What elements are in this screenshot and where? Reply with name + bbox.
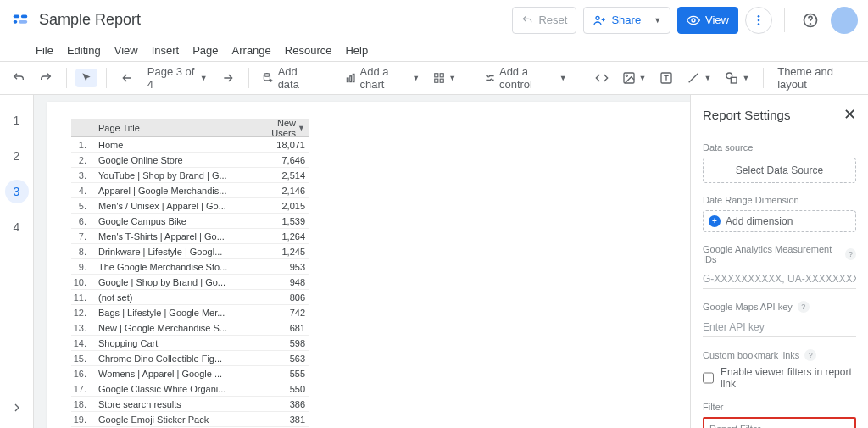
table-row[interactable]: 12.Bags | Lifestyle | Google Mer...742: [71, 305, 309, 320]
svg-point-22: [626, 75, 627, 76]
svg-point-5: [692, 19, 695, 22]
svg-rect-12: [347, 78, 348, 82]
help-icon[interactable]: ?: [804, 349, 816, 361]
table-row[interactable]: 1.Home18,071: [71, 137, 309, 153]
table-row[interactable]: 11.(not set)806: [71, 290, 309, 305]
menu-view[interactable]: View: [114, 44, 138, 57]
document-title[interactable]: Sample Report: [39, 11, 141, 29]
ga-ids-input[interactable]: [703, 270, 856, 289]
next-page-button[interactable]: [216, 68, 240, 88]
menu-insert[interactable]: Insert: [152, 44, 180, 57]
add-control-button[interactable]: Add a control▼: [479, 62, 572, 94]
reset-label: Reset: [538, 14, 567, 26]
table-row[interactable]: 19.Google Emoji Sticker Pack381: [71, 412, 309, 427]
menu-editing[interactable]: Editing: [67, 44, 101, 57]
row-value: 2,146: [261, 186, 309, 196]
app-logo[interactable]: [10, 10, 31, 31]
table-row[interactable]: 14.Shopping Cart598: [71, 336, 309, 351]
svg-point-19: [487, 75, 489, 77]
table-row[interactable]: 8.Drinkware | Lifestyle | Googl...1,245: [71, 244, 309, 259]
table-row[interactable]: 13.New | Google Merchandise S...681: [71, 320, 309, 336]
more-options-button[interactable]: [745, 7, 772, 34]
help-button[interactable]: [797, 7, 824, 34]
menu-file[interactable]: File: [36, 44, 53, 57]
row-title: Google Online Store: [93, 155, 261, 165]
table-row[interactable]: 17.Google Classic White Organi...550: [71, 381, 309, 397]
table-row[interactable]: 10.Google | Shop by Brand | Go...948: [71, 275, 309, 290]
row-index: 7.: [71, 231, 93, 242]
table-row[interactable]: 2.Google Online Store7,646: [71, 153, 309, 168]
page-nav-1[interactable]: 1: [5, 108, 29, 132]
chevron-down-icon[interactable]: ▼: [648, 16, 661, 25]
row-index: 13.: [71, 323, 93, 333]
shapes-icon: [725, 71, 738, 85]
table-row[interactable]: 3.YouTube | Shop by Brand | G...2,514: [71, 168, 309, 183]
page-indicator[interactable]: Page 3 of 4▼: [142, 62, 213, 94]
share-button[interactable]: Share ▼: [583, 7, 670, 34]
user-avatar[interactable]: [831, 7, 858, 34]
table-row[interactable]: 4.Apparel | Google Merchandis...2,146: [71, 183, 309, 198]
row-index: 11.: [71, 292, 93, 303]
prev-page-button[interactable]: [115, 68, 139, 88]
line-button[interactable]: ▼: [682, 68, 716, 88]
data-table[interactable]: Page Title New Users▼ 1.Home18,0712.Goog…: [71, 119, 309, 428]
url-embed-button[interactable]: [590, 68, 614, 88]
table-row[interactable]: 9.The Google Merchandise Sto...953: [71, 259, 309, 275]
close-panel-button[interactable]: ✕: [843, 105, 856, 124]
add-chart-button[interactable]: Add a chart▼: [340, 62, 426, 94]
row-title: Men's / Unisex | Apparel | Go...: [93, 201, 261, 211]
svg-point-11: [264, 74, 270, 77]
expand-nav-button[interactable]: [3, 394, 31, 421]
row-index: 2.: [71, 155, 93, 165]
bookmark-checkbox[interactable]: [703, 372, 714, 384]
report-canvas[interactable]: Page Title New Users▼ 1.Home18,0712.Goog…: [47, 102, 690, 428]
menu-page[interactable]: Page: [192, 44, 218, 57]
text-button[interactable]: [654, 68, 678, 88]
add-dimension-chip[interactable]: + Add dimension: [703, 210, 856, 232]
header-page-title[interactable]: Page Title: [93, 123, 261, 133]
theme-layout-button[interactable]: Theme and layout: [772, 62, 861, 94]
share-label: Share: [611, 14, 641, 26]
row-title: The Google Merchandise Sto...: [93, 262, 261, 272]
add-data-button[interactable]: Add data: [257, 62, 321, 94]
menu-help[interactable]: Help: [345, 44, 368, 57]
redo-button[interactable]: [34, 68, 58, 88]
table-row[interactable]: 7.Men's T-Shirts | Apparel | Go...1,264: [71, 229, 309, 244]
eye-icon: [687, 14, 700, 27]
help-icon: [802, 12, 819, 29]
page-nav-4[interactable]: 4: [5, 215, 29, 239]
chart-icon: [345, 71, 357, 85]
community-viz-button[interactable]: ▼: [428, 69, 461, 87]
select-data-source-button[interactable]: Select Data Source: [703, 158, 856, 183]
row-title: Drinkware | Lifestyle | Googl...: [93, 247, 261, 257]
table-row[interactable]: 5.Men's / Unisex | Apparel | Go...2,015: [71, 198, 309, 214]
page-nav-2[interactable]: 2: [5, 144, 29, 168]
table-row[interactable]: 18.Store search results386: [71, 397, 309, 412]
selection-tool[interactable]: [75, 69, 97, 87]
table-row[interactable]: 6.Google Campus Bike1,539: [71, 214, 309, 229]
row-value: 550: [261, 384, 309, 394]
bookmark-checkbox-row[interactable]: Enable viewer filters in report link: [703, 366, 856, 390]
help-icon[interactable]: ?: [798, 301, 810, 313]
menu-arrange[interactable]: Arrange: [232, 44, 271, 57]
help-icon[interactable]: ?: [845, 248, 856, 260]
header-new-users[interactable]: New Users▼: [261, 118, 309, 138]
reset-button[interactable]: Reset: [512, 7, 576, 34]
table-row[interactable]: 16.Womens | Apparel | Google ...555: [71, 366, 309, 381]
maps-key-input[interactable]: [703, 318, 856, 337]
canvas-area[interactable]: Page Title New Users▼ 1.Home18,0712.Goog…: [34, 95, 690, 428]
view-button[interactable]: View: [677, 7, 738, 34]
divider: [784, 8, 785, 32]
page-nav-3[interactable]: 3: [5, 180, 29, 203]
table-row[interactable]: 15.Chrome Dino Collectible Fig...563: [71, 351, 309, 366]
undo-button[interactable]: [7, 68, 31, 88]
row-index: 10.: [71, 277, 93, 287]
row-index: 5.: [71, 201, 93, 211]
shape-button[interactable]: ▼: [720, 68, 754, 88]
menu-resource[interactable]: Resource: [285, 44, 332, 57]
row-value: 2,015: [261, 201, 309, 211]
row-index: 16.: [71, 369, 93, 379]
code-icon: [595, 71, 609, 85]
row-value: 18,071: [261, 140, 309, 150]
image-button[interactable]: ▼: [617, 68, 652, 88]
